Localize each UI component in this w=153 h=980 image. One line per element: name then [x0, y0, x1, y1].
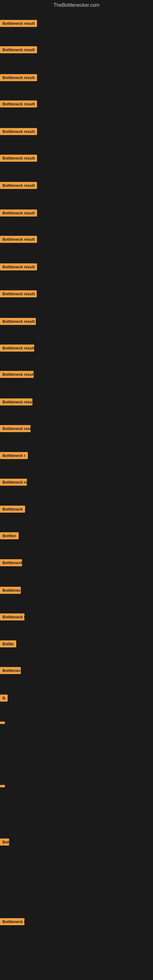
- bottleneck-item: Bottleneck result: [0, 263, 37, 270]
- bottleneck-badge: Bottleneck result: [0, 318, 36, 325]
- bottleneck-item: Bottle: [0, 640, 16, 648]
- bottleneck-badge: Bottlen: [0, 532, 19, 539]
- bottleneck-badge: Bottleneck: [0, 559, 22, 566]
- bottleneck-badge: Bottle: [0, 640, 16, 648]
- bottleneck-badge: Bottleneck result: [0, 128, 37, 135]
- bottleneck-item: Bottleneck: [0, 559, 22, 566]
- bottleneck-badge: B: [0, 695, 8, 702]
- bottleneck-item: Bottleneck result: [0, 128, 37, 135]
- bottleneck-badge: [0, 785, 5, 788]
- bottleneck-badge: Bottleneck result: [0, 182, 37, 189]
- bottleneck-item: Bottleneck r: [0, 452, 28, 459]
- bottleneck-item: Bottleneck result: [0, 398, 32, 406]
- bottleneck-item: Bottleneck result: [0, 345, 34, 352]
- bottleneck-badge: Bottleneck result: [0, 100, 37, 108]
- bottleneck-item: Bottleneck result: [0, 155, 37, 162]
- bottleneck-badge: Bottleneck result: [0, 263, 37, 270]
- bottleneck-badge: Bottleneck result: [0, 371, 33, 378]
- bottleneck-badge: Bottleneck r: [0, 452, 28, 459]
- bottleneck-item: [0, 722, 5, 724]
- bottleneck-badge: Bottleneck result: [0, 398, 32, 406]
- bottleneck-badge: Bottleneck result: [0, 210, 37, 216]
- bottleneck-badge: Bottleneck r: [0, 918, 24, 925]
- bottleneck-badge: Bottleneck result: [0, 20, 37, 27]
- bottleneck-item: Bottleneck result: [0, 236, 37, 243]
- bottleneck-item: Bottleneck result: [0, 20, 37, 27]
- bottleneck-item: [0, 785, 5, 788]
- bottleneck-badge: Bottleneck result: [0, 46, 37, 53]
- bottleneck-badge: [0, 722, 5, 724]
- bottleneck-item: Bottleneck result: [0, 74, 37, 81]
- bottleneck-item: Bottleneck result: [0, 182, 37, 189]
- bottleneck-item: Bottleneck resu: [0, 479, 27, 486]
- bottleneck-item: B: [0, 695, 8, 702]
- bottleneck-badge: Bottleneck result: [0, 425, 30, 432]
- bottleneck-item: Bottleneck result: [0, 425, 30, 432]
- bottleneck-badge: Bottlenec: [0, 587, 21, 594]
- bottleneck-badge: Bott: [0, 838, 9, 846]
- bottleneck-badge: Bottleneck result: [0, 236, 37, 243]
- site-title: TheBottlenecker.com: [0, 0, 153, 12]
- bottleneck-item: Bottlenec: [0, 587, 21, 594]
- bottleneck-badge: Bottleneck result: [0, 290, 37, 298]
- bottleneck-badge: Bottleneck result: [0, 155, 37, 162]
- bottleneck-badge: Bottleneck result: [0, 345, 34, 352]
- bottleneck-item: Bottleneck: [0, 506, 25, 513]
- bottleneck-badge: Bottleneck resu: [0, 479, 27, 486]
- bottleneck-item: Bottleneck result: [0, 210, 37, 216]
- bottleneck-item: Bottlen: [0, 532, 19, 539]
- bottleneck-badge: Bottleneck: [0, 506, 25, 513]
- bottleneck-badge: Bottleneck r: [0, 613, 24, 620]
- bottleneck-item: Bottleneck: [0, 667, 21, 674]
- bottleneck-item: Bottleneck result: [0, 100, 37, 108]
- bottleneck-item: Bottleneck result: [0, 371, 33, 378]
- bottleneck-item: Bott: [0, 838, 9, 846]
- bottleneck-item: Bottleneck result: [0, 290, 37, 298]
- bottleneck-badge: Bottleneck result: [0, 74, 37, 81]
- bottleneck-item: Bottleneck r: [0, 613, 24, 620]
- bottleneck-item: Bottleneck result: [0, 318, 36, 325]
- bottleneck-badge: Bottleneck: [0, 667, 21, 674]
- bottleneck-item: Bottleneck result: [0, 46, 37, 53]
- bottleneck-item: Bottleneck r: [0, 918, 24, 925]
